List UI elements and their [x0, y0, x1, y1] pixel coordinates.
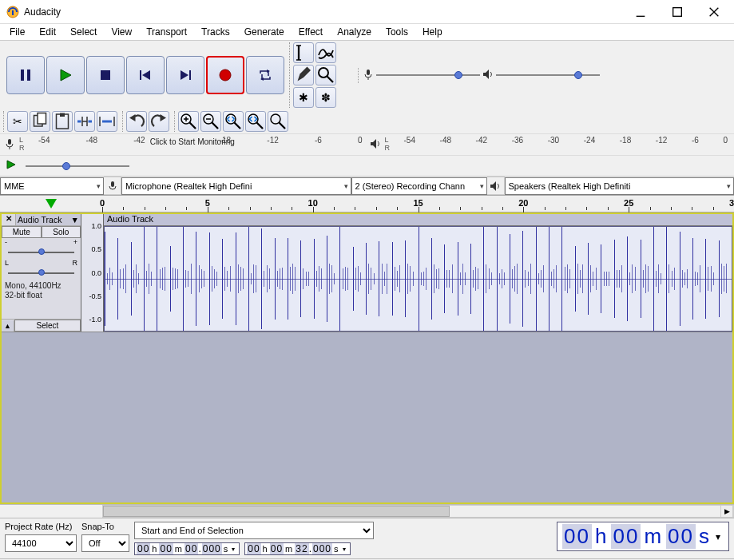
menu-view[interactable]: View — [105, 25, 138, 39]
selection-tool[interactable] — [293, 42, 314, 63]
close-button[interactable] — [696, 0, 732, 23]
menu-analyze[interactable]: Analyze — [331, 25, 378, 39]
redo-button[interactable] — [149, 111, 169, 132]
svg-line-40 — [235, 123, 241, 129]
svg-point-32 — [181, 114, 191, 124]
fit-project-button[interactable] — [245, 111, 266, 132]
solo-button[interactable]: Solo — [42, 226, 81, 238]
silence-button[interactable] — [97, 111, 117, 132]
speaker-icon — [487, 177, 505, 195]
svg-rect-26 — [34, 116, 43, 127]
mic-icon — [362, 68, 375, 83]
project-rate-select[interactable]: 44100 — [5, 534, 77, 552]
svg-marker-11 — [142, 70, 150, 80]
snap-to-select[interactable]: Off — [81, 534, 129, 552]
selection-mode-select[interactable]: Start and End of Selection — [134, 522, 374, 539]
paste-button[interactable] — [52, 111, 73, 132]
track-vertical-scale[interactable]: 1.0 0.5 0.0 -0.5 -1.0 — [81, 214, 104, 332]
record-button[interactable] — [206, 56, 244, 94]
fit-selection-button[interactable] — [223, 111, 244, 132]
loop-button[interactable] — [246, 56, 284, 94]
menubar: File Edit Select View Transport Tracks G… — [0, 24, 734, 40]
record-volume-slider[interactable] — [376, 70, 480, 81]
menu-generate[interactable]: Generate — [238, 25, 291, 39]
stop-button[interactable] — [86, 56, 125, 94]
svg-rect-23 — [367, 70, 370, 75]
svg-marker-8 — [61, 70, 71, 81]
maximize-button[interactable] — [659, 0, 696, 23]
zoom-in-button[interactable] — [178, 111, 199, 132]
menu-transport[interactable]: Transport — [140, 25, 193, 39]
svg-rect-49 — [111, 181, 114, 187]
track-collapse-button[interactable]: ▲ — [2, 320, 14, 332]
window-title: Audacity — [24, 6, 622, 18]
svg-rect-29 — [60, 113, 65, 117]
waveform[interactable] — [104, 226, 732, 332]
menu-effect[interactable]: Effect — [292, 25, 329, 39]
svg-rect-27 — [38, 113, 46, 125]
horizontal-scrollbar[interactable]: ◀ ▶ — [102, 505, 734, 518]
skip-to-start-button[interactable] — [126, 56, 165, 94]
play-at-speed-button[interactable] — [5, 158, 18, 173]
track-pan-slider[interactable] — [2, 267, 81, 280]
audio-host-select[interactable]: MME — [0, 177, 104, 195]
svg-rect-10 — [140, 70, 141, 80]
tools-toolbar: ✱ ✽ — [289, 42, 356, 108]
svg-rect-1 — [12, 10, 14, 15]
selection-start-time[interactable]: 00h 00m 00. 000s▾ — [134, 542, 240, 555]
record-meter-toolbar — [358, 68, 731, 83]
recording-meter[interactable]: LR -54-48-42 . -18-12-60 Click to Start … — [19, 136, 366, 153]
timeshift-tool[interactable]: ✱ — [293, 87, 314, 108]
playhead-pin-icon[interactable] — [46, 199, 57, 209]
monitor-hint[interactable]: Click to Start Monitoring — [150, 137, 235, 146]
clip-title[interactable]: Audio Track — [104, 214, 732, 226]
menu-select[interactable]: Select — [64, 25, 103, 39]
snap-to-label: Snap-To — [81, 522, 129, 531]
transport-toolbar — [3, 56, 288, 94]
svg-marker-48 — [7, 161, 15, 169]
chevron-down-icon: ▼ — [71, 215, 79, 224]
svg-rect-13 — [189, 70, 191, 80]
zoom-tool[interactable] — [315, 65, 336, 85]
audio-position-time[interactable]: 00h 00m 00s▾ — [557, 522, 729, 551]
menu-edit[interactable]: Edit — [33, 25, 62, 39]
draw-tool[interactable] — [293, 65, 314, 85]
multi-tool[interactable]: ✽ — [315, 87, 336, 108]
timeline-ruler[interactable]: 051015202530 — [102, 196, 734, 212]
menu-file[interactable]: File — [3, 25, 31, 39]
track-menu-button[interactable]: Audio Track▼ — [16, 214, 81, 225]
menu-tracks[interactable]: Tracks — [195, 25, 236, 39]
skip-to-end-button[interactable] — [166, 56, 204, 94]
selection-end-time[interactable]: 00h 00m 32. 000s▾ — [244, 542, 350, 555]
playback-meter[interactable]: LR -54-48-42-36-30-24-18-12-60 — [385, 136, 732, 153]
track-gain-slider[interactable] — [2, 246, 81, 259]
playback-speed-slider[interactable] — [26, 161, 129, 172]
envelope-tool[interactable] — [315, 42, 336, 63]
cut-button[interactable]: ✂ — [7, 111, 28, 132]
mute-button[interactable]: Mute — [2, 226, 42, 238]
svg-point-36 — [204, 114, 213, 124]
zoom-out-button[interactable] — [200, 111, 221, 132]
scroll-right-arrow[interactable]: ▶ — [720, 506, 733, 517]
pause-button[interactable] — [6, 56, 45, 94]
svg-line-37 — [212, 123, 219, 129]
zoom-toggle-button[interactable] — [268, 111, 288, 132]
track-close-button[interactable]: ✕ — [2, 214, 16, 225]
svg-point-21 — [319, 68, 328, 77]
svg-marker-25 — [483, 70, 489, 79]
zoom-toolbar — [174, 111, 292, 132]
playback-volume-slider[interactable] — [496, 70, 600, 81]
recording-channels-select[interactable]: 2 (Stereo) Recording Chann — [351, 177, 487, 195]
minimize-button[interactable] — [622, 0, 659, 23]
recording-device-select[interactable]: Microphone (Realtek High Defini — [121, 177, 351, 195]
copy-button[interactable] — [30, 111, 50, 132]
track-control-panel: ✕ Audio Track▼ Mute Solo -+ LR Mono, 441… — [2, 214, 81, 332]
undo-button[interactable] — [126, 111, 147, 132]
mic-icon — [104, 177, 121, 195]
play-button[interactable] — [46, 56, 85, 94]
menu-tools[interactable]: Tools — [379, 25, 415, 39]
playback-device-select[interactable]: Speakers (Realtek High Definiti — [505, 177, 735, 195]
menu-help[interactable]: Help — [416, 25, 449, 39]
trim-button[interactable] — [74, 111, 95, 132]
track-select-button[interactable]: Select — [14, 320, 81, 332]
